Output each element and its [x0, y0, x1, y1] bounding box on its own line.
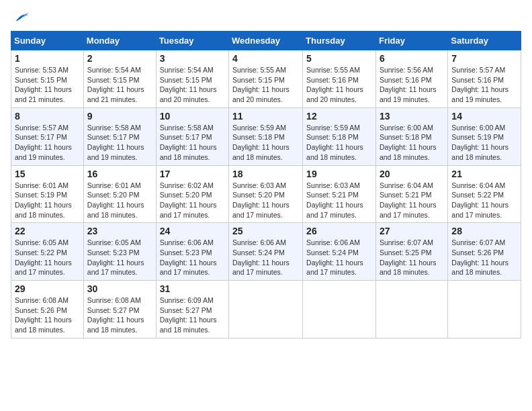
calendar-week-row: 15Sunrise: 6:01 AM Sunset: 5:19 PM Dayli… — [11, 165, 521, 223]
calendar-week-row: 1Sunrise: 5:53 AM Sunset: 5:15 PM Daylig… — [11, 50, 521, 108]
calendar-day-cell: 27Sunrise: 6:07 AM Sunset: 5:25 PM Dayli… — [375, 223, 447, 281]
day-info: Sunrise: 6:06 AM Sunset: 5:23 PM Dayligh… — [160, 238, 225, 277]
day-info: Sunrise: 6:06 AM Sunset: 5:24 PM Dayligh… — [232, 238, 299, 277]
day-info: Sunrise: 5:55 AM Sunset: 5:16 PM Dayligh… — [306, 65, 372, 105]
day-info: Sunrise: 6:05 AM Sunset: 5:23 PM Dayligh… — [87, 238, 152, 277]
day-info: Sunrise: 6:08 AM Sunset: 5:27 PM Dayligh… — [87, 295, 152, 335]
day-number: 19 — [306, 169, 372, 179]
calendar-day-cell: 10Sunrise: 5:58 AM Sunset: 5:17 PM Dayli… — [156, 107, 228, 165]
day-number: 23 — [87, 226, 152, 236]
calendar-day-cell — [448, 281, 521, 338]
calendar-day-cell: 26Sunrise: 6:06 AM Sunset: 5:24 PM Dayli… — [303, 223, 376, 281]
logo — [11, 11, 31, 24]
calendar-day-cell: 21Sunrise: 6:04 AM Sunset: 5:22 PM Dayli… — [448, 165, 521, 223]
calendar-day-cell: 5Sunrise: 5:55 AM Sunset: 5:16 PM Daylig… — [303, 50, 376, 108]
calendar-day-cell — [375, 281, 447, 338]
day-info: Sunrise: 5:57 AM Sunset: 5:16 PM Dayligh… — [451, 65, 517, 105]
day-number: 5 — [306, 53, 372, 64]
calendar-day-cell: 29Sunrise: 6:08 AM Sunset: 5:26 PM Dayli… — [11, 281, 84, 338]
calendar-day-cell: 25Sunrise: 6:06 AM Sunset: 5:24 PM Dayli… — [229, 223, 303, 281]
day-info: Sunrise: 5:55 AM Sunset: 5:15 PM Dayligh… — [232, 65, 299, 105]
calendar-week-row: 29Sunrise: 6:08 AM Sunset: 5:26 PM Dayli… — [11, 281, 521, 338]
day-info: Sunrise: 6:01 AM Sunset: 5:19 PM Dayligh… — [15, 181, 80, 220]
weekday-header-cell: Thursday — [303, 32, 376, 50]
calendar-day-cell: 9Sunrise: 5:58 AM Sunset: 5:17 PM Daylig… — [83, 107, 156, 165]
day-number: 1 — [15, 53, 80, 64]
calendar-body: 1Sunrise: 5:53 AM Sunset: 5:15 PM Daylig… — [11, 50, 521, 338]
calendar-day-cell: 4Sunrise: 5:55 AM Sunset: 5:15 PM Daylig… — [229, 50, 303, 108]
calendar-day-cell: 13Sunrise: 6:00 AM Sunset: 5:18 PM Dayli… — [375, 107, 447, 165]
day-info: Sunrise: 5:58 AM Sunset: 5:17 PM Dayligh… — [87, 123, 152, 163]
day-info: Sunrise: 6:01 AM Sunset: 5:20 PM Dayligh… — [87, 181, 152, 220]
day-info: Sunrise: 5:54 AM Sunset: 5:15 PM Dayligh… — [87, 65, 152, 105]
calendar-day-cell — [229, 281, 303, 338]
day-number: 3 — [160, 53, 225, 64]
day-number: 31 — [160, 283, 225, 294]
day-info: Sunrise: 6:07 AM Sunset: 5:26 PM Dayligh… — [451, 238, 517, 277]
day-info: Sunrise: 6:02 AM Sunset: 5:20 PM Dayligh… — [160, 181, 225, 220]
day-info: Sunrise: 5:59 AM Sunset: 5:18 PM Dayligh… — [306, 123, 372, 163]
day-number: 11 — [232, 111, 299, 122]
calendar-day-cell: 1Sunrise: 5:53 AM Sunset: 5:15 PM Daylig… — [11, 50, 84, 108]
day-info: Sunrise: 6:06 AM Sunset: 5:24 PM Dayligh… — [306, 238, 372, 277]
day-number: 15 — [15, 169, 80, 179]
day-info: Sunrise: 5:54 AM Sunset: 5:15 PM Dayligh… — [160, 65, 225, 105]
calendar-day-cell: 3Sunrise: 5:54 AM Sunset: 5:15 PM Daylig… — [156, 50, 228, 108]
day-info: Sunrise: 6:04 AM Sunset: 5:21 PM Dayligh… — [380, 181, 444, 220]
day-number: 27 — [380, 226, 444, 236]
calendar-day-cell: 20Sunrise: 6:04 AM Sunset: 5:21 PM Dayli… — [375, 165, 447, 223]
logo-bird-icon — [13, 11, 30, 24]
calendar-day-cell: 30Sunrise: 6:08 AM Sunset: 5:27 PM Dayli… — [83, 281, 156, 338]
day-number: 14 — [451, 111, 517, 122]
day-number: 26 — [306, 226, 372, 236]
calendar-day-cell: 15Sunrise: 6:01 AM Sunset: 5:19 PM Dayli… — [11, 165, 84, 223]
calendar-day-cell: 18Sunrise: 6:03 AM Sunset: 5:20 PM Dayli… — [229, 165, 303, 223]
day-number: 24 — [160, 226, 225, 236]
day-number: 20 — [380, 169, 444, 179]
calendar-day-cell: 12Sunrise: 5:59 AM Sunset: 5:18 PM Dayli… — [303, 107, 376, 165]
day-number: 30 — [87, 283, 152, 294]
calendar-day-cell: 6Sunrise: 5:56 AM Sunset: 5:16 PM Daylig… — [375, 50, 447, 108]
day-info: Sunrise: 5:59 AM Sunset: 5:18 PM Dayligh… — [232, 123, 299, 163]
day-number: 21 — [451, 169, 517, 179]
calendar-day-cell: 28Sunrise: 6:07 AM Sunset: 5:26 PM Dayli… — [448, 223, 521, 281]
day-number: 6 — [380, 53, 444, 64]
calendar-week-row: 8Sunrise: 5:57 AM Sunset: 5:17 PM Daylig… — [11, 107, 521, 165]
day-number: 9 — [87, 111, 152, 122]
weekday-header-cell: Monday — [83, 32, 156, 50]
day-info: Sunrise: 6:00 AM Sunset: 5:18 PM Dayligh… — [380, 123, 444, 163]
day-info: Sunrise: 5:53 AM Sunset: 5:15 PM Dayligh… — [15, 65, 80, 105]
calendar-week-row: 22Sunrise: 6:05 AM Sunset: 5:22 PM Dayli… — [11, 223, 521, 281]
weekday-header-cell: Saturday — [448, 32, 521, 50]
calendar-day-cell: 2Sunrise: 5:54 AM Sunset: 5:15 PM Daylig… — [83, 50, 156, 108]
day-info: Sunrise: 6:09 AM Sunset: 5:27 PM Dayligh… — [160, 295, 225, 335]
calendar-day-cell — [303, 281, 376, 338]
day-number: 25 — [232, 226, 299, 236]
calendar-day-cell: 16Sunrise: 6:01 AM Sunset: 5:20 PM Dayli… — [83, 165, 156, 223]
calendar-day-cell: 11Sunrise: 5:59 AM Sunset: 5:18 PM Dayli… — [229, 107, 303, 165]
weekday-header-cell: Friday — [375, 32, 447, 50]
day-info: Sunrise: 6:04 AM Sunset: 5:22 PM Dayligh… — [451, 181, 517, 220]
day-info: Sunrise: 6:00 AM Sunset: 5:19 PM Dayligh… — [451, 123, 517, 163]
day-info: Sunrise: 6:07 AM Sunset: 5:25 PM Dayligh… — [380, 238, 444, 277]
day-info: Sunrise: 6:03 AM Sunset: 5:21 PM Dayligh… — [306, 181, 372, 220]
calendar-day-cell: 24Sunrise: 6:06 AM Sunset: 5:23 PM Dayli… — [156, 223, 228, 281]
calendar-day-cell: 22Sunrise: 6:05 AM Sunset: 5:22 PM Dayli… — [11, 223, 84, 281]
weekday-header-row: SundayMondayTuesdayWednesdayThursdayFrid… — [11, 32, 521, 50]
calendar-table: SundayMondayTuesdayWednesdayThursdayFrid… — [11, 31, 521, 338]
page-header — [11, 11, 521, 24]
weekday-header-cell: Wednesday — [229, 32, 303, 50]
calendar-day-cell: 19Sunrise: 6:03 AM Sunset: 5:21 PM Dayli… — [303, 165, 376, 223]
weekday-header-cell: Tuesday — [156, 32, 228, 50]
day-number: 4 — [232, 53, 299, 64]
calendar-day-cell: 17Sunrise: 6:02 AM Sunset: 5:20 PM Dayli… — [156, 165, 228, 223]
day-number: 28 — [451, 226, 517, 236]
day-number: 7 — [451, 53, 517, 64]
calendar-day-cell: 23Sunrise: 6:05 AM Sunset: 5:23 PM Dayli… — [83, 223, 156, 281]
day-number: 8 — [15, 111, 80, 122]
day-number: 22 — [15, 226, 80, 236]
day-number: 2 — [87, 53, 152, 64]
day-info: Sunrise: 6:03 AM Sunset: 5:20 PM Dayligh… — [232, 181, 299, 220]
day-info: Sunrise: 6:08 AM Sunset: 5:26 PM Dayligh… — [15, 295, 80, 335]
day-info: Sunrise: 5:58 AM Sunset: 5:17 PM Dayligh… — [160, 123, 225, 163]
